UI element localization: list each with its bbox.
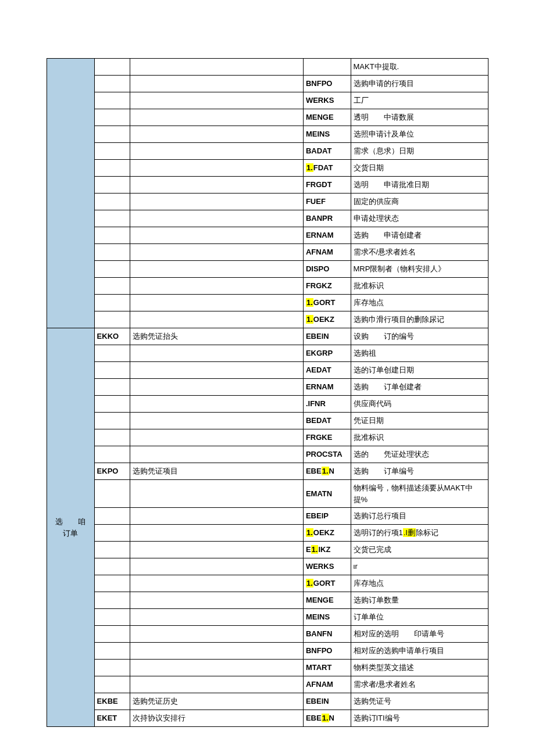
- field-desc-cell: 设购 订的编号: [351, 328, 488, 345]
- table-desc-cell: [130, 278, 303, 295]
- field-desc-cell: 选照申请计及单位: [351, 126, 488, 143]
- table-desc-cell: [130, 143, 303, 160]
- table-desc-cell: [130, 446, 303, 463]
- table-row: AFNAM需求不/悬求者姓名: [47, 244, 488, 261]
- field-name-cell: BADAT: [303, 143, 351, 160]
- table-name-cell: [94, 177, 130, 194]
- table-name-cell: [94, 227, 130, 244]
- table-desc-cell: [130, 295, 303, 311]
- table-name-cell: [94, 609, 130, 626]
- table-desc-cell: [130, 609, 303, 626]
- field-name-cell: 1.OEKZ: [303, 525, 351, 542]
- table-desc-cell: [130, 660, 303, 676]
- table-row: 1.FDAT交货日期: [47, 160, 488, 177]
- table-name-cell: EKPO: [94, 463, 130, 480]
- table-desc-cell: [130, 244, 303, 261]
- field-name-cell: FRGKZ: [303, 278, 351, 295]
- field-name-cell: BNFPO: [303, 643, 351, 660]
- field-desc-cell: 工厂: [351, 92, 488, 109]
- table-name-cell: [94, 311, 130, 328]
- table-name-cell: [94, 59, 130, 76]
- field-name-cell: BANFN: [303, 626, 351, 643]
- field-name-cell: FUEF: [303, 194, 351, 210]
- table-desc-cell: [130, 194, 303, 210]
- field-name-cell: MTART: [303, 660, 351, 676]
- table-name-cell: [94, 244, 130, 261]
- table-name-cell: EKKO: [94, 328, 130, 345]
- field-desc-cell: 交货已完成: [351, 542, 488, 558]
- table-desc-cell: [130, 643, 303, 660]
- field-name-cell: .IFNR: [303, 396, 351, 413]
- field-name-cell: BEDAT: [303, 413, 351, 429]
- field-desc-cell: 选购凭证号: [351, 693, 488, 710]
- table-desc-cell: [130, 542, 303, 558]
- table-desc-cell: [130, 480, 303, 508]
- field-desc-cell: 需求不/悬求者姓名: [351, 244, 488, 261]
- table-desc-cell: [130, 592, 303, 609]
- field-desc-cell: 交货日期: [351, 160, 488, 177]
- category-cell: 选 咱 订单: [47, 328, 95, 727]
- table-row: BANFN相对应的选明 印请单号: [47, 626, 488, 643]
- field-desc-cell: 凭证日期: [351, 413, 488, 429]
- table-row: EKBE选购凭证历史EBElN选购凭证号: [47, 693, 488, 710]
- field-name-cell: EKGRP: [303, 345, 351, 362]
- field-name-cell: MEINS: [303, 126, 351, 143]
- table-desc-cell: 选购凭证抬头: [130, 328, 303, 345]
- table-desc-cell: [130, 558, 303, 575]
- table-name-cell: [94, 278, 130, 295]
- field-name-cell: EBElN: [303, 328, 351, 345]
- table-row: EKET次持协议安排行EBE1.N选购订ITI编号: [47, 710, 488, 727]
- table-name-cell: [94, 92, 130, 109]
- table-name-cell: [94, 396, 130, 413]
- table-row: WERKS工厂: [47, 92, 488, 109]
- field-name-cell: 1.GORT: [303, 295, 351, 311]
- field-desc-cell: 选购申请的行项目: [351, 76, 488, 92]
- field-name-cell: MENGE: [303, 109, 351, 126]
- field-desc-cell: 选购巾滑行项目的删除尿记: [351, 311, 488, 328]
- table-row: MEINS选照申请计及单位: [47, 126, 488, 143]
- table-row: EMATN物料编号，物料描述须要从MAKT中提%: [47, 480, 488, 508]
- table-name-cell: [94, 446, 130, 463]
- field-name-cell: EBElP: [303, 508, 351, 525]
- table-name-cell: [94, 592, 130, 609]
- field-desc-cell: 供应商代码: [351, 396, 488, 413]
- field-name-cell: MEINS: [303, 609, 351, 626]
- table-desc-cell: [130, 311, 303, 328]
- field-desc-cell: 选购 申请创建者: [351, 227, 488, 244]
- table-desc-cell: [130, 59, 303, 76]
- field-name-cell: MENGE: [303, 592, 351, 609]
- table-row: PROCSTA选的 凭证处理状态: [47, 446, 488, 463]
- field-desc-cell: 需求（息求）日期: [351, 143, 488, 160]
- field-name-cell: EMATN: [303, 480, 351, 508]
- table-name-cell: EKET: [94, 710, 130, 727]
- table-row: 1.GORT库存地点: [47, 575, 488, 592]
- table-name-cell: [94, 525, 130, 542]
- table-desc-cell: 选购凭证项目: [130, 463, 303, 480]
- table-row: 1.OEKZ选明订的行项1.I删除标记: [47, 525, 488, 542]
- field-name-cell: FRGKE: [303, 429, 351, 446]
- table-name-cell: [94, 643, 130, 660]
- table-desc-cell: [130, 227, 303, 244]
- field-name-cell: DISPO: [303, 261, 351, 278]
- table-desc-cell: [130, 76, 303, 92]
- table-desc-cell: [130, 261, 303, 278]
- table-name-cell: [94, 261, 130, 278]
- field-desc-cell: 选购订总行项目: [351, 508, 488, 525]
- table-row: WERKSιr: [47, 558, 488, 575]
- table-name-cell: [94, 143, 130, 160]
- field-name-cell: EBE1.N: [303, 710, 351, 727]
- field-desc-cell: 需求者/悬求者姓名: [351, 676, 488, 693]
- table-row: DISPOMRP限制者（物料安排人》: [47, 261, 488, 278]
- field-desc-cell: ιr: [351, 558, 488, 575]
- field-name-cell: ERNAM: [303, 379, 351, 396]
- field-name-cell: AEDAT: [303, 362, 351, 379]
- table-desc-cell: [130, 575, 303, 592]
- table-row: AFNAM需求者/悬求者姓名: [47, 676, 488, 693]
- table-name-cell: [94, 295, 130, 311]
- table-row: FRGDT选明 申请批准日期: [47, 177, 488, 194]
- field-name-cell: BANPR: [303, 210, 351, 227]
- table-row: BNFPO相对应的选购申请单行项目: [47, 643, 488, 660]
- table-desc-cell: [130, 92, 303, 109]
- table-desc-cell: [130, 345, 303, 362]
- field-desc-cell: 选购 订单创建者: [351, 379, 488, 396]
